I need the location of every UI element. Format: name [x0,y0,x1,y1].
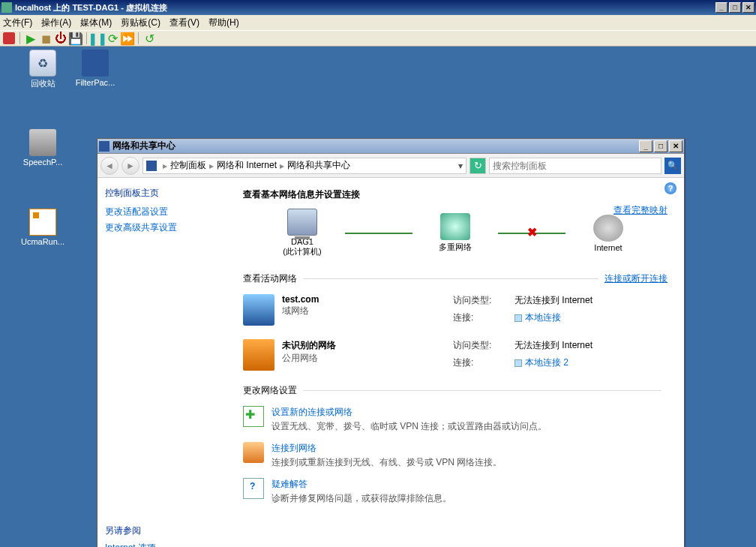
desktop-icon-label: SpeechP... [16,158,69,167]
see-also-heading: 另请参阅 [105,524,171,537]
nic-icon [514,359,522,367]
change-item-title: 连接到网络 [272,442,502,455]
access-value: 无法连接到 Internet [514,339,592,353]
pause-icon[interactable]: ❚❚ [92,32,104,44]
vm-menu-file[interactable]: 文件(F) [3,17,32,29]
access-label: 访问类型: [453,339,506,353]
change-settings-heading: 更改网络设置 [243,384,297,397]
breadcrumb[interactable]: 网络和 Internet [217,159,277,172]
sidebar-link-sharing[interactable]: 更改高级共享设置 [105,221,225,234]
ctrlaltdel-icon[interactable] [3,32,15,44]
access-value: 无法连接到 Internet [514,294,592,308]
desktop-icon-filterpac[interactable]: FilterPac... [69,50,122,87]
network-name: 未识别的网络 [282,339,336,352]
recycle-bin-icon [29,50,56,77]
plus-icon [243,406,264,427]
diagnose-icon [243,478,264,499]
chevron-down-icon[interactable]: ▾ [458,161,463,171]
connection-link[interactable]: 本地连接 [525,312,561,323]
network-type: 公用网络 [282,352,336,365]
stop-icon[interactable]: ⏻ [55,32,67,44]
search-button[interactable]: 🔍 [664,158,681,174]
connect-icon [243,442,264,463]
vm-icon [2,2,12,13]
server-icon [243,294,274,326]
full-map-link[interactable]: 查看完整映射 [614,204,668,217]
active-networks-heading: 查看活动网络 [243,272,297,285]
refresh-button[interactable]: ↻ [470,158,486,174]
explorer-minimize-button[interactable]: _ [639,140,652,152]
vm-title: localhost 上的 TEST-DAG1 - 虚拟机连接 [15,2,167,14]
change-item-desc: 设置无线、宽带、拨号、临时或 VPN 连接；或设置路由器或访问点。 [272,420,547,433]
vm-menu-action[interactable]: 操作(A) [41,17,71,29]
explorer-close-button[interactable]: ✕ [669,140,682,152]
vm-menu-help[interactable]: 帮助(H) [208,17,239,29]
vm-menu-clipboard[interactable]: 剪贴板(C) [121,17,160,29]
network-icon [440,213,470,240]
vm-close-button[interactable]: ✕ [742,2,754,13]
network-center-icon [99,141,110,152]
sidebar-heading: 控制面板主页 [105,187,225,200]
nic-icon [514,314,522,322]
desktop-icon-recycle[interactable]: 回收站 [16,50,69,89]
breadcrumb[interactable]: 控制面板 [170,159,206,172]
change-item-title: 设置新的连接或网络 [272,406,547,419]
address-bar[interactable]: ▸ 控制面板 ▸ 网络和 Internet ▸ 网络和共享中心 ▾ [142,158,466,174]
map-node-multi-network[interactable]: 多重网络 [422,213,489,253]
save-icon[interactable]: 💾 [70,32,82,44]
connection-label: 连接: [453,356,506,371]
change-item-desc: 诊断并修复网络问题，或获得故障排除信息。 [272,492,452,505]
network-type: 域网络 [282,305,319,317]
network-name: test.com [282,294,319,305]
connection-label: 连接: [453,311,506,326]
internet-icon [593,215,623,242]
change-item-connect[interactable]: 连接到网络 连接到或重新连接到无线、有线、拨号或 VPN 网络连接。 [243,442,668,469]
explorer-window: 网络和共享中心 _ □ ✕ ◄ ► ▸ 控制面板 ▸ 网络和 Internet … [97,138,685,547]
vm-menu-view[interactable]: 查看(V) [170,17,200,29]
search-input[interactable] [493,161,658,171]
filter-icon [82,50,109,77]
vm-toolbar: ▶ ◼ ⏻ 💾 ❚❚ ⟳ ⏩ ↺ [0,30,756,47]
sidebar: 控制面板主页 更改适配器设置 更改高级共享设置 另请参阅 Internet 选项… [98,178,232,547]
vm-minimize-button[interactable]: _ [716,2,728,13]
desktop-icon-label: 回收站 [16,78,69,89]
explorer-titlebar: 网络和共享中心 _ □ ✕ [98,139,684,154]
connection-link[interactable]: 本地连接 2 [525,357,568,368]
map-node-this-pc[interactable]: DAG1 (此计算机) [268,209,336,257]
speech-icon [29,129,56,156]
map-node-internet[interactable]: Internet [574,215,642,252]
divider [303,278,598,279]
connect-disconnect-link[interactable]: 连接或断开连接 [604,272,668,285]
help-icon[interactable]: ? [664,182,676,194]
breadcrumb[interactable]: 网络和共享中心 [287,159,350,172]
see-also-internet-options[interactable]: Internet 选项 [105,542,171,547]
map-node-label: Internet [574,243,642,252]
shutdown-icon[interactable]: ◼ [40,32,52,44]
desktop-icon-ucma[interactable]: UcmaRun... [16,209,69,246]
change-item-desc: 连接到或重新连接到无线、有线、拨号或 VPN 网络连接。 [272,456,502,469]
explorer-navbar: ◄ ► ▸ 控制面板 ▸ 网络和 Internet ▸ 网络和共享中心 ▾ ↻ … [98,154,684,178]
search-box[interactable] [489,158,662,174]
reset-icon[interactable]: ⟳ [106,32,118,44]
vm-menubar: 文件(F) 操作(A) 媒体(M) 剪贴板(C) 查看(V) 帮助(H) [0,15,756,30]
back-button[interactable]: ◄ [100,157,118,175]
change-item-troubleshoot[interactable]: 疑难解答 诊断并修复网络问题，或获得故障排除信息。 [243,478,668,505]
revert-icon[interactable]: ↺ [143,32,155,44]
vm-maximize-button[interactable]: □ [729,2,741,13]
pc-icon [287,209,317,236]
change-item-new-connection[interactable]: 设置新的连接或网络 设置无线、宽带、拨号、临时或 VPN 连接；或设置路由器或访… [243,406,668,433]
desktop-icon-speech[interactable]: SpeechP... [16,129,69,167]
start-icon[interactable]: ▶ [25,32,37,44]
change-item-title: 疑难解答 [272,478,452,491]
sidebar-link-adapter[interactable]: 更改适配器设置 [105,206,225,218]
explorer-maximize-button[interactable]: □ [654,140,668,152]
cpl-icon [146,161,157,171]
network-map: 查看完整映射 DAG1 (此计算机) 多重网络 Internet [243,209,668,257]
network-block-domain: test.com 域网络 访问类型: 无法连接到 Internet 连接: 本地… [243,294,668,326]
desktop: 回收站 FilterPac... SpeechP... UcmaRun... 网… [0,47,756,547]
map-link-broken [498,233,566,234]
checkpoint-icon[interactable]: ⏩ [122,32,134,44]
map-node-label: 多重网络 [422,242,489,253]
forward-button[interactable]: ► [122,157,140,175]
vm-menu-media[interactable]: 媒体(M) [80,17,112,29]
